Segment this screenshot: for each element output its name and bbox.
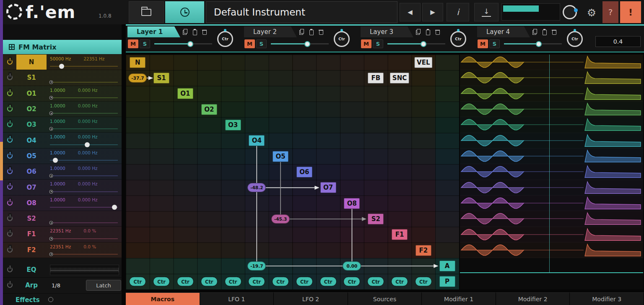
param-value[interactable]: 1.0000 (50, 181, 65, 186)
row-slider-knob[interactable] (49, 237, 53, 240)
param-value[interactable]: 0.000 Hz (78, 134, 98, 139)
bottom-tab-modifier-2[interactable]: Modifier 2 (496, 292, 570, 305)
matrix-node-VEL[interactable]: VEL (414, 57, 432, 68)
row-label-O3[interactable]: O3 (16, 117, 47, 132)
param-value[interactable]: 1.0000 (50, 197, 65, 202)
wave-row-13[interactable] (460, 242, 643, 258)
matrix-mod-value--19.7[interactable]: -19.7 (247, 261, 266, 271)
mute-button[interactable]: M (128, 39, 138, 48)
param-value[interactable]: 0.0 % (83, 244, 96, 249)
fm-matrix-grid[interactable]: NS1O1O2O3O4O5O6O7O8S2F1F2VELFBSNCAP-37.7… (126, 55, 459, 289)
row-slider-F1[interactable] (50, 238, 118, 239)
preset-name-field[interactable]: Default Instrument (206, 1, 397, 23)
help-button[interactable]: ? (602, 1, 618, 23)
row-slider-O3[interactable] (50, 128, 118, 129)
layer-volume-slider[interactable] (154, 43, 212, 44)
eq-mini-display[interactable] (50, 265, 119, 275)
fm-matrix-header[interactable]: FM Matrix (3, 40, 122, 54)
wave-row-5[interactable] (460, 117, 643, 133)
trash-icon[interactable] (435, 29, 440, 35)
wave-row-8[interactable] (460, 164, 643, 180)
param-value[interactable]: 0.000 Hz (78, 88, 98, 93)
row-slider-S1[interactable] (50, 82, 118, 83)
param-value[interactable]: 0.000 Hz (78, 166, 98, 171)
param-value[interactable]: 0.000 Hz (78, 119, 98, 124)
bottom-tab-lfo-1[interactable]: LFO 1 (200, 292, 274, 305)
matrix-node-S1[interactable]: S1 (153, 73, 169, 83)
matrix-mod-value--48.2[interactable]: -48.2 (247, 183, 266, 192)
power-icon-S2[interactable] (7, 216, 13, 221)
matrix-ctr-button-5[interactable]: Ctr (225, 277, 242, 287)
row-slider-knob[interactable] (53, 158, 58, 163)
row-slider-O5[interactable] (50, 160, 118, 161)
matrix-ctr-button-6[interactable]: Ctr (248, 277, 265, 287)
power-icon-O5[interactable] (7, 153, 13, 159)
trash-icon[interactable] (319, 29, 323, 35)
layer-ctr-knob[interactable]: Ctr (217, 31, 233, 47)
recent-presets-button[interactable] (165, 1, 204, 23)
slider-knob[interactable] (304, 41, 310, 47)
solo-button[interactable]: S (489, 39, 500, 48)
layer-tab-4[interactable]: Layer 4 (477, 26, 530, 37)
paste-icon[interactable] (542, 29, 547, 35)
matrix-ctr-button-8[interactable]: Ctr (296, 277, 313, 287)
param-value[interactable]: 1.0000 (50, 103, 65, 108)
row-slider-knob[interactable] (49, 174, 53, 178)
wave-row-4[interactable] (460, 102, 643, 117)
matrix-node-O7[interactable]: O7 (320, 182, 336, 193)
row-slider-knob[interactable] (112, 205, 117, 210)
matrix-node-A[interactable]: A (439, 261, 455, 271)
row-slider-O7[interactable] (50, 191, 118, 192)
paste-icon[interactable] (426, 29, 430, 35)
param-value[interactable]: 1.0000 (50, 150, 65, 155)
row-label-N[interactable]: N (16, 55, 47, 70)
matrix-mod-value-0.00[interactable]: 0.00 (343, 261, 361, 271)
copy-icon[interactable] (532, 29, 537, 35)
copy-icon[interactable] (183, 29, 187, 35)
paste-icon[interactable] (192, 29, 197, 35)
bottom-tab-modifier-3[interactable]: Modifier 3 (570, 292, 644, 305)
power-icon-N[interactable] (7, 59, 13, 65)
row-slider-O8[interactable] (50, 207, 118, 208)
power-icon-F2[interactable] (7, 247, 13, 253)
arp-rate-value[interactable]: 1/8 (52, 278, 60, 293)
matrix-ctr-button-13[interactable]: Ctr (415, 277, 432, 287)
row-slider-knob[interactable] (49, 112, 53, 115)
matrix-mod-value--45.3[interactable]: -45.3 (271, 214, 290, 224)
matrix-node-O2[interactable]: O2 (201, 104, 217, 115)
wave-row-11[interactable] (460, 211, 643, 227)
power-icon-O8[interactable] (7, 200, 13, 206)
row-label-O2[interactable]: O2 (16, 102, 47, 117)
prev-preset-button[interactable]: ◀ (400, 3, 421, 21)
matrix-node-O4[interactable]: O4 (249, 135, 265, 146)
wave-row-6[interactable] (460, 133, 643, 149)
bottom-tab-modifier-1[interactable]: Modifier 1 (422, 292, 496, 305)
alert-button[interactable]: ! (620, 1, 641, 23)
matrix-ctr-button-2[interactable]: Ctr (153, 277, 170, 287)
browser-button[interactable] (129, 1, 164, 23)
param-value[interactable]: 0.000 Hz (78, 197, 98, 202)
row-label-F1[interactable]: F1 (16, 227, 47, 242)
info-button[interactable]: i (447, 3, 469, 21)
row-slider-knob[interactable] (49, 252, 53, 256)
matrix-mod-value--37.7[interactable]: -37.7 (128, 73, 147, 83)
trash-icon[interactable] (202, 29, 207, 35)
matrix-ctr-button-11[interactable]: Ctr (367, 277, 384, 287)
param-value[interactable]: 22351 Hz (50, 228, 71, 233)
layer-ctr-knob[interactable]: Ctr (450, 31, 466, 47)
latch-button[interactable]: Latch (86, 280, 121, 291)
matrix-node-SNC[interactable]: SNC (390, 73, 409, 83)
master-volume-knob[interactable] (563, 5, 577, 19)
mute-button[interactable]: M (361, 39, 371, 48)
layer-volume-slider[interactable] (504, 43, 562, 44)
matrix-ctr-button-9[interactable]: Ctr (320, 277, 337, 287)
row-slider-knob[interactable] (49, 96, 53, 99)
row-label-S1[interactable]: S1 (16, 70, 47, 85)
power-icon-S1[interactable] (7, 75, 13, 80)
param-value[interactable]: 1.0000 (50, 166, 65, 171)
row-slider-O4[interactable] (50, 144, 118, 145)
slider-knob[interactable] (187, 41, 193, 47)
wave-row-3[interactable] (460, 86, 643, 102)
layer-tab-2[interactable]: Layer 2 (244, 26, 297, 37)
row-label-O4[interactable]: O4 (16, 133, 47, 148)
